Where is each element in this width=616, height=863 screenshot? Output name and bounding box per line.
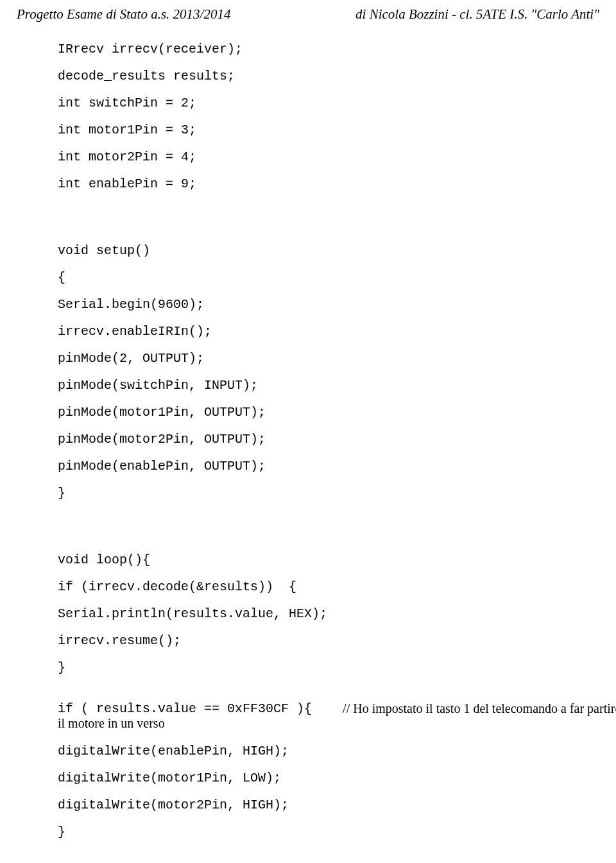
code-line: irrecv.resume(); — [58, 634, 586, 647]
code-line: } — [58, 661, 586, 674]
code-line: int enablePin = 9; — [58, 177, 586, 191]
code-line: if (irrecv.decode(&results)) { — [58, 580, 586, 594]
code-line: digitalWrite(enablePin, HIGH); — [58, 744, 586, 758]
code-line: pinMode(motor2Pin, OUTPUT); — [58, 432, 586, 446]
code-line: int motor1Pin = 3; — [58, 123, 586, 137]
header-right: di Nicola Bozzini - cl. 5ATE I.S. "Carlo… — [355, 6, 599, 22]
code-line: pinMode(motor1Pin, OUTPUT); — [58, 406, 586, 419]
code-line: } — [58, 486, 586, 500]
code-line: pinMode(switchPin, INPUT); — [58, 379, 586, 392]
code-line: void setup() — [58, 244, 586, 257]
content-area: IRrecv irrecv(receiver); decode_results … — [17, 29, 599, 863]
code-line: IRrecv irrecv(receiver); — [58, 42, 586, 56]
code-line: digitalWrite(motor1Pin, LOW); — [58, 771, 586, 785]
page-header: Progetto Esame di Stato a.s. 2013/2014 d… — [17, 6, 599, 22]
code-line-with-comment: if ( results.value == 0xFF30CF ){ // Ho … — [58, 701, 586, 716]
blank-line — [58, 218, 586, 230]
code-block-declarations: IRrecv irrecv(receiver); decode_results … — [58, 29, 586, 218]
blank-line — [58, 527, 586, 540]
code-line: pinMode(2, OUTPUT); — [58, 352, 586, 365]
code-block-setup: void setup() { Serial.begin(9600); irrec… — [58, 230, 586, 527]
code-comment-continuation: il motore in un verso — [58, 716, 586, 731]
code-fragment: if ( results.value == 0xFF30CF ){ — [58, 701, 343, 716]
code-line: int motor2Pin = 4; — [58, 150, 586, 164]
code-line: pinMode(enablePin, OUTPUT); — [58, 459, 586, 473]
code-block-loop-start: void loop(){ if (irrecv.decode(&results)… — [58, 540, 586, 701]
page: Progetto Esame di Stato a.s. 2013/2014 d… — [0, 0, 616, 863]
code-line: decode_results results; — [58, 69, 586, 83]
code-line: Serial.begin(9600); — [58, 298, 586, 311]
code-comment: // Ho impostato il tasto 1 del telecoman… — [343, 701, 616, 716]
code-line: } — [58, 825, 586, 839]
code-line: Serial.println(results.value, HEX); — [58, 607, 586, 620]
code-line: void loop(){ — [58, 553, 586, 567]
code-block-if1-body: digitalWrite(enablePin, HIGH); digitalWr… — [58, 731, 586, 863]
code-line: { — [58, 271, 586, 284]
code-line: irrecv.enableIRIn(); — [58, 325, 586, 338]
header-left: Progetto Esame di Stato a.s. 2013/2014 — [17, 6, 230, 22]
code-line: int switchPin = 2; — [58, 96, 586, 110]
code-line: digitalWrite(motor2Pin, HIGH); — [58, 798, 586, 812]
